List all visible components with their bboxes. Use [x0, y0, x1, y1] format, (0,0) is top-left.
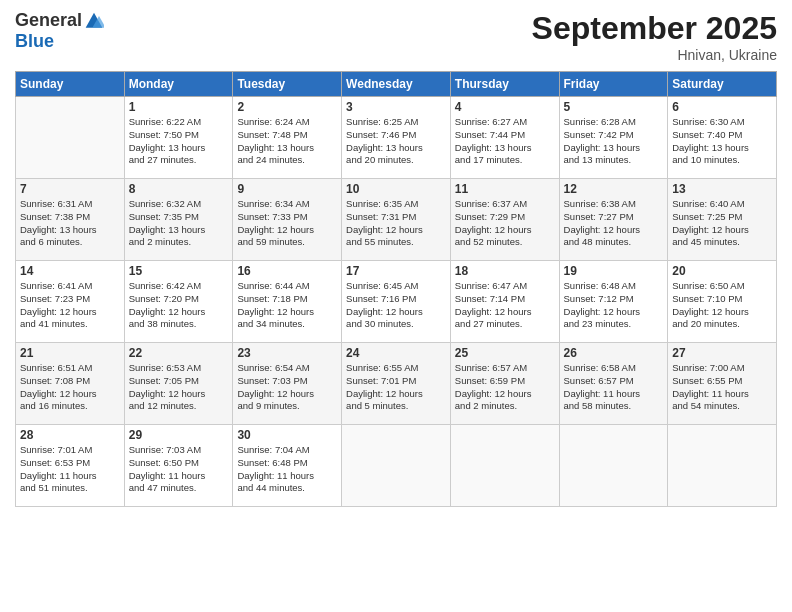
- logo-icon: [84, 11, 104, 31]
- page-container: General Blue September 2025 Hnivan, Ukra…: [0, 0, 792, 517]
- calendar-header-row: Sunday Monday Tuesday Wednesday Thursday…: [16, 72, 777, 97]
- day-info: Sunrise: 6:38 AM Sunset: 7:27 PM Dayligh…: [564, 198, 664, 249]
- table-row: 17Sunrise: 6:45 AM Sunset: 7:16 PM Dayli…: [342, 261, 451, 343]
- day-number: 27: [672, 346, 772, 360]
- table-row: 16Sunrise: 6:44 AM Sunset: 7:18 PM Dayli…: [233, 261, 342, 343]
- day-number: 16: [237, 264, 337, 278]
- table-row: [342, 425, 451, 507]
- day-info: Sunrise: 7:04 AM Sunset: 6:48 PM Dayligh…: [237, 444, 337, 495]
- day-number: 19: [564, 264, 664, 278]
- table-row: 24Sunrise: 6:55 AM Sunset: 7:01 PM Dayli…: [342, 343, 451, 425]
- day-number: 18: [455, 264, 555, 278]
- calendar-table: Sunday Monday Tuesday Wednesday Thursday…: [15, 71, 777, 507]
- day-info: Sunrise: 6:22 AM Sunset: 7:50 PM Dayligh…: [129, 116, 229, 167]
- day-number: 20: [672, 264, 772, 278]
- day-info: Sunrise: 6:45 AM Sunset: 7:16 PM Dayligh…: [346, 280, 446, 331]
- day-info: Sunrise: 6:42 AM Sunset: 7:20 PM Dayligh…: [129, 280, 229, 331]
- day-number: 11: [455, 182, 555, 196]
- day-number: 10: [346, 182, 446, 196]
- table-row: 20Sunrise: 6:50 AM Sunset: 7:10 PM Dayli…: [668, 261, 777, 343]
- day-info: Sunrise: 6:58 AM Sunset: 6:57 PM Dayligh…: [564, 362, 664, 413]
- table-row: 11Sunrise: 6:37 AM Sunset: 7:29 PM Dayli…: [450, 179, 559, 261]
- table-row: 28Sunrise: 7:01 AM Sunset: 6:53 PM Dayli…: [16, 425, 125, 507]
- table-row: 10Sunrise: 6:35 AM Sunset: 7:31 PM Dayli…: [342, 179, 451, 261]
- day-info: Sunrise: 6:50 AM Sunset: 7:10 PM Dayligh…: [672, 280, 772, 331]
- day-number: 23: [237, 346, 337, 360]
- table-row: 3Sunrise: 6:25 AM Sunset: 7:46 PM Daylig…: [342, 97, 451, 179]
- day-info: Sunrise: 6:34 AM Sunset: 7:33 PM Dayligh…: [237, 198, 337, 249]
- table-row: [450, 425, 559, 507]
- day-info: Sunrise: 6:47 AM Sunset: 7:14 PM Dayligh…: [455, 280, 555, 331]
- day-number: 5: [564, 100, 664, 114]
- day-info: Sunrise: 6:35 AM Sunset: 7:31 PM Dayligh…: [346, 198, 446, 249]
- day-info: Sunrise: 6:41 AM Sunset: 7:23 PM Dayligh…: [20, 280, 120, 331]
- page-header: General Blue September 2025 Hnivan, Ukra…: [15, 10, 777, 63]
- col-saturday: Saturday: [668, 72, 777, 97]
- calendar-week-row: 21Sunrise: 6:51 AM Sunset: 7:08 PM Dayli…: [16, 343, 777, 425]
- day-number: 8: [129, 182, 229, 196]
- table-row: 8Sunrise: 6:32 AM Sunset: 7:35 PM Daylig…: [124, 179, 233, 261]
- calendar-week-row: 1Sunrise: 6:22 AM Sunset: 7:50 PM Daylig…: [16, 97, 777, 179]
- col-thursday: Thursday: [450, 72, 559, 97]
- day-number: 3: [346, 100, 446, 114]
- day-number: 13: [672, 182, 772, 196]
- calendar-week-row: 7Sunrise: 6:31 AM Sunset: 7:38 PM Daylig…: [16, 179, 777, 261]
- day-number: 28: [20, 428, 120, 442]
- table-row: 7Sunrise: 6:31 AM Sunset: 7:38 PM Daylig…: [16, 179, 125, 261]
- day-number: 24: [346, 346, 446, 360]
- day-info: Sunrise: 6:32 AM Sunset: 7:35 PM Dayligh…: [129, 198, 229, 249]
- day-number: 7: [20, 182, 120, 196]
- day-info: Sunrise: 6:44 AM Sunset: 7:18 PM Dayligh…: [237, 280, 337, 331]
- day-number: 12: [564, 182, 664, 196]
- table-row: [16, 97, 125, 179]
- col-sunday: Sunday: [16, 72, 125, 97]
- table-row: 27Sunrise: 7:00 AM Sunset: 6:55 PM Dayli…: [668, 343, 777, 425]
- col-tuesday: Tuesday: [233, 72, 342, 97]
- logo-general-text: General: [15, 10, 82, 31]
- logo: General Blue: [15, 10, 104, 52]
- table-row: 4Sunrise: 6:27 AM Sunset: 7:44 PM Daylig…: [450, 97, 559, 179]
- table-row: 6Sunrise: 6:30 AM Sunset: 7:40 PM Daylig…: [668, 97, 777, 179]
- day-number: 6: [672, 100, 772, 114]
- day-number: 4: [455, 100, 555, 114]
- day-info: Sunrise: 6:31 AM Sunset: 7:38 PM Dayligh…: [20, 198, 120, 249]
- day-info: Sunrise: 6:30 AM Sunset: 7:40 PM Dayligh…: [672, 116, 772, 167]
- day-info: Sunrise: 7:00 AM Sunset: 6:55 PM Dayligh…: [672, 362, 772, 413]
- col-monday: Monday: [124, 72, 233, 97]
- day-info: Sunrise: 6:55 AM Sunset: 7:01 PM Dayligh…: [346, 362, 446, 413]
- day-info: Sunrise: 7:03 AM Sunset: 6:50 PM Dayligh…: [129, 444, 229, 495]
- day-number: 9: [237, 182, 337, 196]
- day-info: Sunrise: 6:27 AM Sunset: 7:44 PM Dayligh…: [455, 116, 555, 167]
- table-row: 14Sunrise: 6:41 AM Sunset: 7:23 PM Dayli…: [16, 261, 125, 343]
- table-row: [668, 425, 777, 507]
- table-row: 9Sunrise: 6:34 AM Sunset: 7:33 PM Daylig…: [233, 179, 342, 261]
- day-number: 17: [346, 264, 446, 278]
- table-row: 12Sunrise: 6:38 AM Sunset: 7:27 PM Dayli…: [559, 179, 668, 261]
- table-row: 21Sunrise: 6:51 AM Sunset: 7:08 PM Dayli…: [16, 343, 125, 425]
- day-number: 1: [129, 100, 229, 114]
- table-row: 1Sunrise: 6:22 AM Sunset: 7:50 PM Daylig…: [124, 97, 233, 179]
- day-number: 14: [20, 264, 120, 278]
- day-info: Sunrise: 6:40 AM Sunset: 7:25 PM Dayligh…: [672, 198, 772, 249]
- table-row: 29Sunrise: 7:03 AM Sunset: 6:50 PM Dayli…: [124, 425, 233, 507]
- table-row: 19Sunrise: 6:48 AM Sunset: 7:12 PM Dayli…: [559, 261, 668, 343]
- location: Hnivan, Ukraine: [532, 47, 777, 63]
- day-info: Sunrise: 7:01 AM Sunset: 6:53 PM Dayligh…: [20, 444, 120, 495]
- month-name: September 2025: [532, 10, 777, 47]
- day-number: 26: [564, 346, 664, 360]
- calendar-week-row: 14Sunrise: 6:41 AM Sunset: 7:23 PM Dayli…: [16, 261, 777, 343]
- day-info: Sunrise: 6:48 AM Sunset: 7:12 PM Dayligh…: [564, 280, 664, 331]
- day-info: Sunrise: 6:24 AM Sunset: 7:48 PM Dayligh…: [237, 116, 337, 167]
- col-friday: Friday: [559, 72, 668, 97]
- day-number: 25: [455, 346, 555, 360]
- day-number: 15: [129, 264, 229, 278]
- table-row: 30Sunrise: 7:04 AM Sunset: 6:48 PM Dayli…: [233, 425, 342, 507]
- table-row: 15Sunrise: 6:42 AM Sunset: 7:20 PM Dayli…: [124, 261, 233, 343]
- table-row: 18Sunrise: 6:47 AM Sunset: 7:14 PM Dayli…: [450, 261, 559, 343]
- table-row: 26Sunrise: 6:58 AM Sunset: 6:57 PM Dayli…: [559, 343, 668, 425]
- day-info: Sunrise: 6:53 AM Sunset: 7:05 PM Dayligh…: [129, 362, 229, 413]
- table-row: [559, 425, 668, 507]
- table-row: 2Sunrise: 6:24 AM Sunset: 7:48 PM Daylig…: [233, 97, 342, 179]
- table-row: 25Sunrise: 6:57 AM Sunset: 6:59 PM Dayli…: [450, 343, 559, 425]
- month-title: September 2025 Hnivan, Ukraine: [532, 10, 777, 63]
